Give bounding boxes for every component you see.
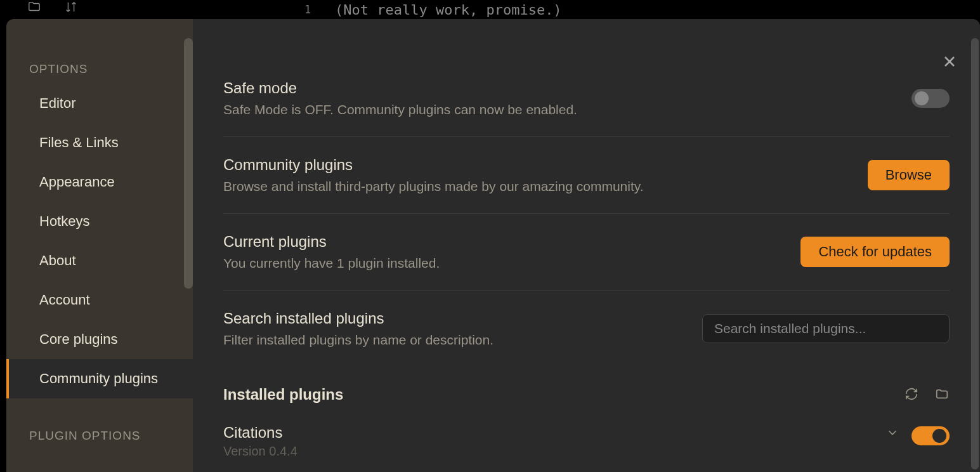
current-plugins-desc: You currently have 1 plugin installed. <box>223 256 800 271</box>
folder-icon[interactable] <box>934 387 950 402</box>
safe-mode-row: Safe mode Safe Mode is OFF. Community pl… <box>223 60 950 137</box>
settings-sidebar: OPTIONS Editor Files & Links Appearance … <box>6 19 193 472</box>
sidebar-item-core-plugins[interactable]: Core plugins <box>6 320 193 359</box>
sidebar-item-editor[interactable]: Editor <box>6 84 193 123</box>
community-plugins-title: Community plugins <box>223 156 868 174</box>
check-updates-button[interactable]: Check for updates <box>800 237 950 267</box>
sidebar-item-appearance[interactable]: Appearance <box>6 162 193 202</box>
plugin-name: Citations <box>223 424 885 442</box>
plugin-options-header: PLUGIN OPTIONS <box>6 424 193 450</box>
settings-modal: OPTIONS Editor Files & Links Appearance … <box>6 19 980 472</box>
sidebar-item-label: About <box>39 252 76 268</box>
search-plugins-row: Search installed plugins Filter installe… <box>223 291 950 367</box>
sidebar-item-label: Files & Links <box>39 134 119 150</box>
settings-content: Safe mode Safe Mode is OFF. Community pl… <box>193 19 980 472</box>
folder-icon[interactable] <box>25 0 43 16</box>
sidebar-item-files-links[interactable]: Files & Links <box>6 123 193 162</box>
plugin-row-citations: Citations Version 0.4.4 <box>223 412 950 459</box>
current-plugins-row: Current plugins You currently have 1 plu… <box>223 214 950 291</box>
line-number: 1 <box>304 3 311 16</box>
installed-plugins-title: Installed plugins <box>223 386 343 403</box>
sidebar-item-account[interactable]: Account <box>6 280 193 320</box>
sidebar-item-label: Core plugins <box>39 331 118 347</box>
sidebar-item-label: Appearance <box>39 174 115 190</box>
sidebar-scrollbar[interactable] <box>184 38 193 289</box>
community-plugins-desc: Browse and install third-party plugins m… <box>223 179 868 194</box>
installed-plugins-header-row: Installed plugins <box>223 367 950 412</box>
safe-mode-title: Safe mode <box>223 79 911 97</box>
close-button[interactable] <box>942 54 960 72</box>
refresh-icon[interactable] <box>904 387 919 402</box>
sidebar-item-label: Hotkeys <box>39 213 89 229</box>
editor-content: (Not really work, promise.) <box>335 2 562 18</box>
sidebar-item-community-plugins[interactable]: Community plugins <box>6 359 193 398</box>
search-plugins-desc: Filter installed plugins by name or desc… <box>223 332 702 348</box>
sidebar-item-hotkeys[interactable]: Hotkeys <box>6 202 193 241</box>
plugin-enable-toggle[interactable] <box>911 426 950 445</box>
search-plugins-title: Search installed plugins <box>223 310 702 327</box>
search-plugins-input[interactable] <box>702 314 950 343</box>
content-scrollbar[interactable] <box>971 38 979 469</box>
browse-button[interactable]: Browse <box>868 160 950 190</box>
sort-icon[interactable] <box>62 0 80 16</box>
background-editor: 1 (Not really work, promise.) <box>0 0 980 18</box>
chevron-down-icon[interactable] <box>885 426 900 441</box>
safe-mode-toggle[interactable] <box>911 89 950 108</box>
plugin-version: Version 0.4.4 <box>223 444 885 459</box>
options-header: OPTIONS <box>6 57 193 84</box>
sidebar-item-label: Account <box>39 292 90 308</box>
safe-mode-desc: Safe Mode is OFF. Community plugins can … <box>223 102 911 117</box>
sidebar-item-about[interactable]: About <box>6 241 193 280</box>
sidebar-item-label: Community plugins <box>39 370 158 386</box>
current-plugins-title: Current plugins <box>223 233 800 251</box>
community-plugins-row: Community plugins Browse and install thi… <box>223 137 950 214</box>
sidebar-item-label: Editor <box>39 95 75 111</box>
